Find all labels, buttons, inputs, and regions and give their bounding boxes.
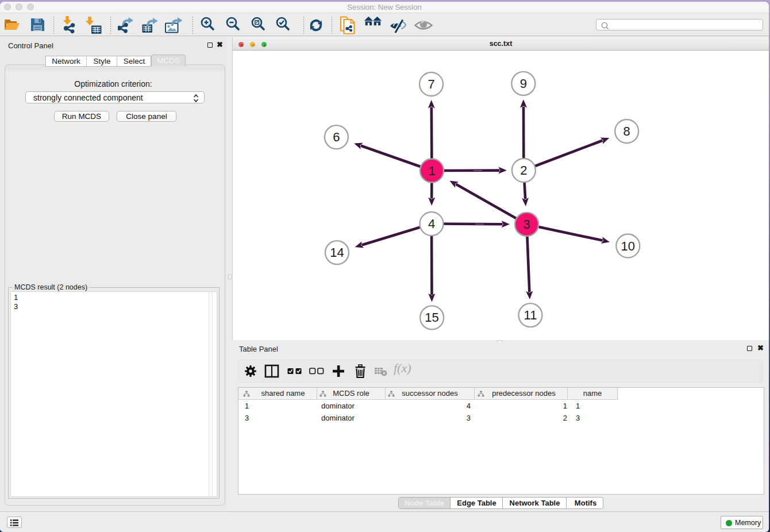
svg-text:11: 11 [524, 308, 537, 322]
svg-text:10: 10 [621, 239, 635, 253]
svg-text:6: 6 [333, 130, 340, 144]
svg-text:4: 4 [428, 217, 435, 231]
svg-text:9: 9 [520, 76, 527, 91]
svg-text:2: 2 [520, 163, 527, 178]
svg-text:8: 8 [623, 124, 630, 138]
svg-text:3: 3 [523, 217, 530, 232]
svg-text:7: 7 [428, 77, 434, 91]
svg-text:1: 1 [428, 164, 435, 178]
svg-text:15: 15 [425, 310, 438, 325]
svg-text:14: 14 [330, 245, 344, 260]
